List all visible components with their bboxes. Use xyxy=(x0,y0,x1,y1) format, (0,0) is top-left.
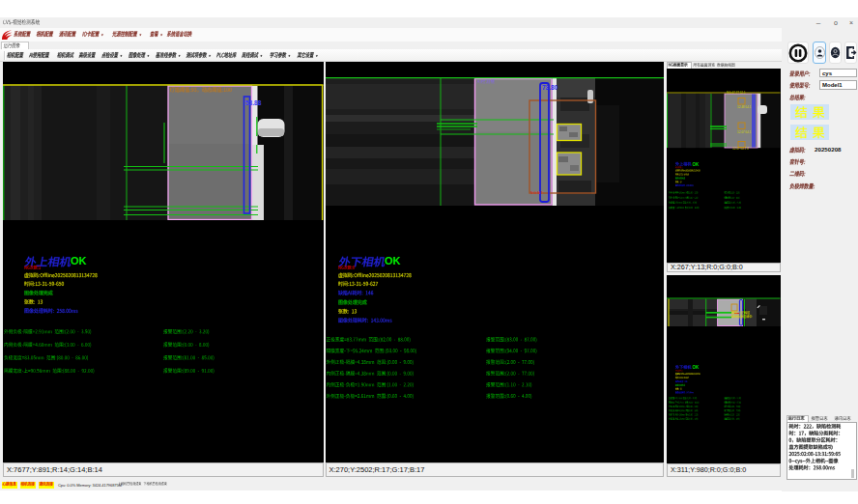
svg-text:NG 47.77 12.1: NG 47.77 12.1 xyxy=(727,91,746,95)
svg-text:73.80: 73.80 xyxy=(542,84,558,91)
svg-text:12.48:54.1: 12.48:54.1 xyxy=(737,105,752,109)
svg-text:12.07:54.1: 12.07:54.1 xyxy=(737,130,752,134)
svg-text:12.07:54.1 8: 12.07:54.1 8 xyxy=(732,147,749,151)
svg-text:53.88: 53.88 xyxy=(245,99,262,106)
svg-text:N G N T: N G N T xyxy=(530,191,544,195)
